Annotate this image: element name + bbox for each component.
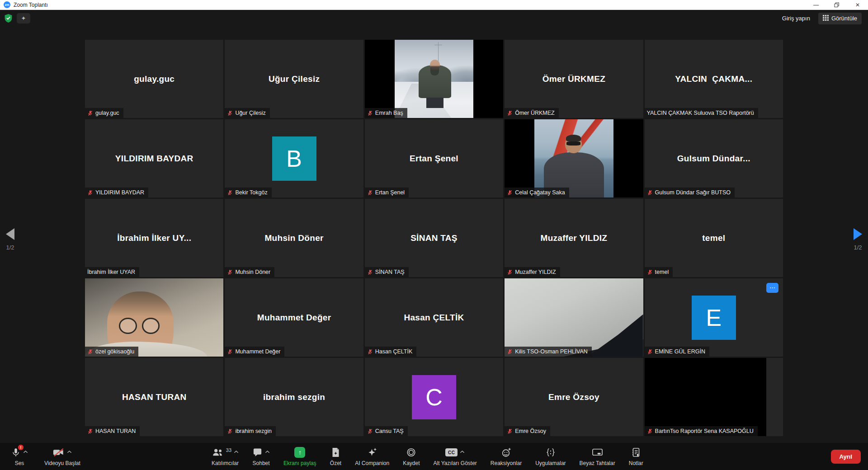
chevron-up-icon[interactable]: [460, 450, 465, 454]
participant-label-text: Emre Özsoy: [515, 428, 546, 434]
restore-button[interactable]: [826, 0, 847, 9]
previous-page-arrow[interactable]: [6, 228, 14, 240]
toolbar-item-label: Uygulamalar: [535, 460, 566, 466]
participant-label: Muzaffer YILDIZ: [505, 267, 560, 277]
leave-button[interactable]: Ayrıl: [831, 450, 861, 464]
participant-name: temel: [645, 199, 783, 277]
toolbar-item-apps[interactable]: Uygulamalar: [535, 446, 566, 466]
participant-tile-24[interactable]: Emre Özsoy Emre Özsoy: [505, 358, 643, 436]
participant-tile-4[interactable]: Ömer ÜRKMEZ Ömer ÜRKMEZ: [505, 40, 643, 118]
participant-tile-1[interactable]: gulay.guc gulay.guc: [85, 40, 223, 118]
toolbar-item-video[interactable]: Videoyu Başlat: [44, 446, 80, 466]
muted-mic-icon: [507, 110, 513, 116]
participant-tile-13[interactable]: SİNAN TAŞ SİNAN TAŞ: [365, 199, 503, 277]
participant-tile-23[interactable]: C Cansu TAŞ: [365, 358, 503, 436]
toolbar-item-label: Videoyu Başlat: [44, 460, 80, 466]
smiley-plus-icon: [501, 447, 512, 458]
participant-tile-16[interactable]: özel gökisaoğlu: [85, 278, 223, 357]
participant-avatar: B: [272, 136, 316, 181]
participant-label: Hasan ÇELTİK: [365, 347, 416, 357]
toolbar-item-ai-companion[interactable]: AI Companion: [355, 446, 389, 466]
toolbar-left-group: ! Ses Videoyu Başlat: [11, 446, 80, 466]
participant-tile-20[interactable]: E ⋯ EMİNE GÜL ERGİN: [645, 278, 783, 357]
participant-label-text: İbrahim İlker UYAR: [87, 269, 135, 275]
toolbar-item-summary[interactable]: Özet: [330, 446, 341, 466]
toolbar-item-label: Alt Yazıları Göster: [434, 460, 477, 466]
chevron-up-icon[interactable]: [234, 450, 239, 454]
participant-tile-12[interactable]: Muhsin Döner Muhsin Döner: [225, 199, 363, 277]
participant-tile-9[interactable]: Celal Çağatay Saka: [505, 119, 643, 197]
participant-tile-3[interactable]: Emrah Baş: [365, 40, 503, 118]
gallery-nav-previous: 1/2: [6, 228, 14, 251]
participant-tile-25[interactable]: BartınTso Raportör Sena KASAPOĞLU: [645, 358, 783, 436]
face-video-feed: [85, 278, 223, 357]
participant-tile-21[interactable]: HASAN TURAN HASAN TURAN: [85, 358, 223, 436]
toolbar-item-whiteboards[interactable]: Beyaz Tahtalar: [580, 446, 615, 466]
toolbar-item-chat[interactable]: Sohbet: [252, 446, 270, 466]
participant-label: temel: [645, 267, 673, 277]
participant-tile-2[interactable]: Uğur Çilesiz Uğur Çilesiz: [225, 40, 363, 118]
participant-label: gulay.guc: [85, 108, 123, 118]
toolbar-item-record[interactable]: Kaydet: [403, 446, 420, 466]
chevron-up-icon[interactable]: [265, 450, 270, 454]
participant-tile-7[interactable]: B Bekir Tokgöz: [225, 119, 363, 197]
toolbar-item-audio[interactable]: ! Ses: [11, 446, 28, 466]
participant-tile-5[interactable]: YALCIN ÇAKMA... YALCIN ÇAKMAK Suluova TS…: [645, 40, 783, 118]
participant-label: SİNAN TAŞ: [365, 267, 409, 277]
security-shield-icon[interactable]: [4, 14, 13, 23]
participant-label-text: HASAN TURAN: [95, 428, 136, 434]
toolbar-item-reactions[interactable]: Reaksiyonlar: [491, 446, 522, 466]
participant-label: özel gökisaoğlu: [85, 347, 138, 357]
toolbar-item-notes[interactable]: Notlar: [629, 446, 643, 466]
toolbar-item-share[interactable]: ↑ Ekranı paylaş: [283, 446, 316, 466]
view-button[interactable]: Görüntüle: [818, 13, 862, 24]
chevron-up-icon[interactable]: [23, 450, 28, 454]
toolbar-item-label: Katılımcılar: [212, 460, 239, 466]
zoom-app-window: zm Zoom Toplantı — ✕ ✦ Giriş yapın Görün…: [0, 0, 868, 470]
close-button[interactable]: ✕: [847, 0, 868, 9]
muted-mic-icon: [507, 349, 513, 355]
toolbar-item-label: Ses: [15, 460, 24, 466]
participant-tile-14[interactable]: Muzaffer YILDIZ Muzaffer YILDIZ: [505, 199, 643, 277]
participant-tile-18[interactable]: Hasan ÇELTİK Hasan ÇELTİK: [365, 278, 503, 357]
next-page-arrow[interactable]: [854, 228, 862, 240]
doc-sparkle-icon: [331, 447, 340, 458]
wall-video-feed: [505, 278, 643, 357]
minimize-button[interactable]: —: [806, 0, 826, 9]
participant-name: Hasan ÇELTİK: [365, 278, 503, 357]
more-options-button[interactable]: ⋯: [766, 283, 778, 293]
participant-label-text: özel gökisaoğlu: [95, 348, 134, 355]
muted-mic-icon: [87, 110, 93, 116]
participant-tile-11[interactable]: İbrahim İlker UY... İbrahim İlker UYAR: [85, 199, 223, 277]
participant-tile-22[interactable]: ibrahim sezgin ibrahim sezgin: [225, 358, 363, 436]
participant-name: ibrahim sezgin: [225, 358, 363, 436]
participant-tile-6[interactable]: YILDIRIM BAYDAR YILDIRIM BAYDAR: [85, 119, 223, 197]
muted-mic-icon: [227, 269, 233, 275]
participant-name: gulay.guc: [85, 40, 223, 118]
participant-name: Ömer ÜRKMEZ: [505, 40, 643, 118]
muted-mic-icon: [647, 428, 653, 434]
muted-mic-icon: [507, 190, 513, 196]
participant-tile-8[interactable]: Ertan Şenel Ertan Şenel: [365, 119, 503, 197]
participant-name: Gulsum Dündar...: [645, 119, 783, 197]
participants-grid: gulay.guc gulay.guc Uğur Çilesiz Uğur Çi…: [85, 40, 783, 436]
muted-mic-icon: [367, 349, 373, 355]
cc-icon: CC: [445, 448, 458, 456]
ai-companion-status-icon[interactable]: ✦: [17, 13, 30, 24]
participant-tile-19[interactable]: Kilis TSO-Osman PEHLİVAN: [505, 278, 643, 357]
toolbar-item-participants[interactable]: 33 Katılımcılar: [212, 446, 239, 466]
chevron-up-icon[interactable]: [67, 450, 72, 454]
toolbar-item-captions[interactable]: CC Alt Yazıları Göster: [434, 446, 477, 466]
participant-tile-10[interactable]: Gulsum Dündar... Gulsum Dündar Sağır BUT…: [645, 119, 783, 197]
muted-mic-icon: [507, 428, 513, 434]
sign-in-button[interactable]: Giriş yapın: [780, 12, 812, 24]
participant-label-text: Celal Çağatay Saka: [515, 189, 565, 196]
participant-tile-17[interactable]: Muhammet Değer Muhammet Değer: [225, 278, 363, 357]
notes-icon: [631, 447, 641, 458]
participant-label-text: Muhsin Döner: [235, 269, 270, 275]
participant-tile-15[interactable]: temel temel: [645, 199, 783, 277]
page-indicator-left: 1/2: [6, 244, 14, 251]
muted-mic-icon: [227, 110, 233, 116]
participant-name: Muhammet Değer: [225, 278, 363, 357]
toolbar-item-label: Özet: [330, 460, 341, 466]
